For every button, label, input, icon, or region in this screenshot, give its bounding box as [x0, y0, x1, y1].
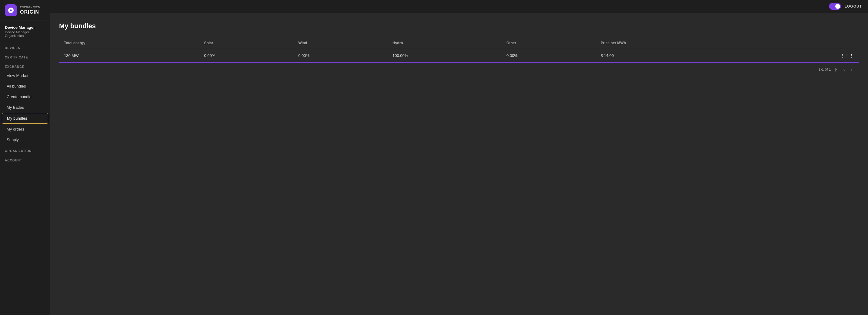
origin-label: ORIGIN	[20, 9, 40, 15]
main: LOGOUT My bundles Total energy Solar Win…	[50, 0, 868, 315]
col-price: Price per MWh	[596, 37, 754, 49]
section-account: ACCOUNT	[0, 155, 50, 164]
row-actions-button[interactable]: ⋮⋮⋮	[753, 49, 859, 62]
section-devices: DEVICES	[0, 42, 50, 52]
sidebar: energy web ORIGIN Device Manager Device …	[0, 0, 50, 315]
page-title: My bundles	[59, 22, 859, 30]
pagination: 1-1 of 1 |‹ ‹ ›	[59, 62, 859, 76]
user-org: Device Manager Organization	[5, 30, 45, 37]
cell-total-energy: 130 MW	[59, 49, 199, 62]
table-row: 130 MW 0.00% 0.00% 100.00% 0.00% $ 14.00…	[59, 49, 859, 62]
bundles-table-container: Total energy Solar Wind Hydro Other	[59, 37, 859, 76]
section-certificate: CERTIFICATE	[0, 52, 50, 61]
prev-page-button[interactable]: ‹	[842, 66, 847, 72]
col-actions	[753, 37, 859, 49]
sidebar-item-my-orders[interactable]: My orders	[2, 124, 48, 134]
user-name: Device Manager	[5, 25, 45, 30]
col-hydro: Hydro	[388, 37, 502, 49]
pagination-info: 1-1 of 1	[818, 67, 831, 71]
table-header-row: Total energy Solar Wind Hydro Other	[59, 37, 859, 49]
topbar: LOGOUT	[50, 0, 868, 13]
content-area: My bundles Total energy Solar Wind	[50, 13, 868, 315]
col-other: Other	[502, 37, 596, 49]
sidebar-item-view-market[interactable]: View Market	[2, 70, 48, 81]
user-info: Device Manager Device Manager Organizati…	[0, 21, 50, 42]
logo-text: energy web ORIGIN	[20, 6, 40, 15]
col-total-energy: Total energy	[59, 37, 199, 49]
cell-hydro: 100.00%	[388, 49, 502, 62]
theme-toggle[interactable]	[829, 3, 841, 10]
logo-area: energy web ORIGIN	[0, 0, 50, 21]
cell-solar: 0.00%	[199, 49, 293, 62]
logo-icon	[5, 4, 17, 17]
section-exchange: EXCHANGE	[0, 61, 50, 70]
col-wind: Wind	[293, 37, 388, 49]
sidebar-item-my-bundles[interactable]: My bundles	[2, 113, 48, 124]
sidebar-item-create-bundle[interactable]: Create bundle	[2, 92, 48, 102]
cell-other: 0.00%	[502, 49, 596, 62]
energy-web-label: energy web	[20, 6, 40, 9]
first-page-button[interactable]: |‹	[833, 67, 839, 72]
section-organization: ORGANIZATION	[0, 145, 50, 155]
cell-wind: 0.00%	[293, 49, 388, 62]
cell-price: $ 14.00	[596, 49, 754, 62]
next-page-button[interactable]: ›	[849, 66, 854, 72]
logout-button[interactable]: LOGOUT	[845, 4, 862, 8]
sidebar-item-all-bundles[interactable]: All bundles	[2, 81, 48, 91]
sidebar-item-my-trades[interactable]: My trades	[2, 102, 48, 113]
col-solar: Solar	[199, 37, 293, 49]
bundles-table: Total energy Solar Wind Hydro Other	[59, 37, 859, 62]
sidebar-item-supply[interactable]: Supply	[2, 135, 48, 145]
